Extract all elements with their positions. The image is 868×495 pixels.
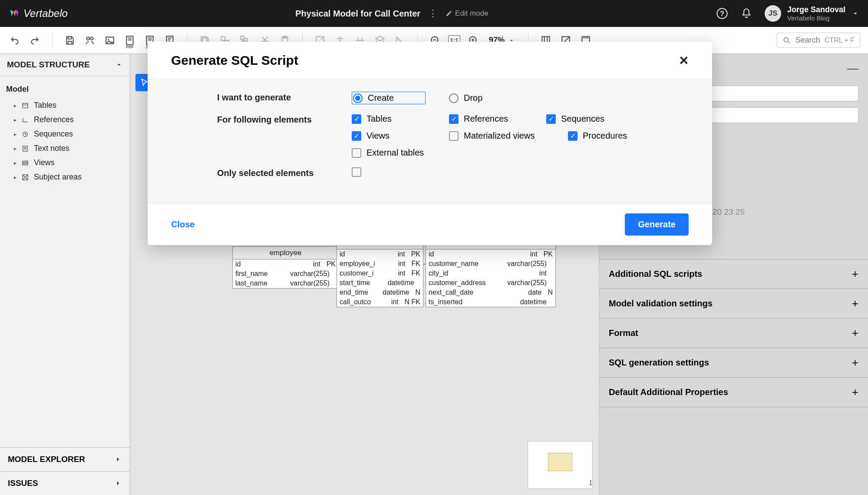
checkbox-icon [352, 167, 361, 177]
checkbox-icon [352, 148, 361, 158]
checkbox-icon: ✓ [568, 131, 578, 141]
radio-create[interactable]: Create [352, 92, 426, 104]
checkbox-procedures[interactable]: ✓Procedures [568, 131, 642, 141]
radio-icon [353, 93, 363, 103]
checkbox-icon [449, 131, 459, 141]
checkbox-icon: ✓ [352, 114, 361, 124]
checkbox-views[interactable]: ✓Views [352, 131, 426, 141]
generate-sql-modal: Generate SQL Script ✕ I want to generate… [148, 42, 712, 245]
checkbox-sequences[interactable]: ✓Sequences [546, 114, 620, 124]
modal-close-button[interactable]: ✕ [679, 53, 689, 68]
checkbox-ext-tables[interactable]: External tables [352, 148, 426, 158]
checkbox-mat-views[interactable]: Materialized views [449, 131, 545, 141]
radio-drop[interactable]: Drop [449, 92, 523, 104]
checkbox-tables[interactable]: ✓Tables [352, 114, 426, 124]
checkbox-icon: ✓ [449, 114, 459, 124]
only-selected-label: Only selected elements [217, 167, 317, 178]
radio-icon [449, 93, 459, 103]
checkbox-only-selected[interactable] [352, 167, 426, 177]
modal-title: Generate SQL Script [171, 53, 298, 68]
close-button[interactable]: Close [171, 219, 195, 229]
checkbox-references[interactable]: ✓References [449, 114, 523, 124]
checkbox-icon: ✓ [352, 131, 361, 141]
elements-label: For following elements [217, 114, 317, 125]
checkbox-icon: ✓ [546, 114, 556, 124]
generate-type-label: I want to generate [217, 92, 317, 103]
generate-button[interactable]: Generate [625, 213, 689, 236]
